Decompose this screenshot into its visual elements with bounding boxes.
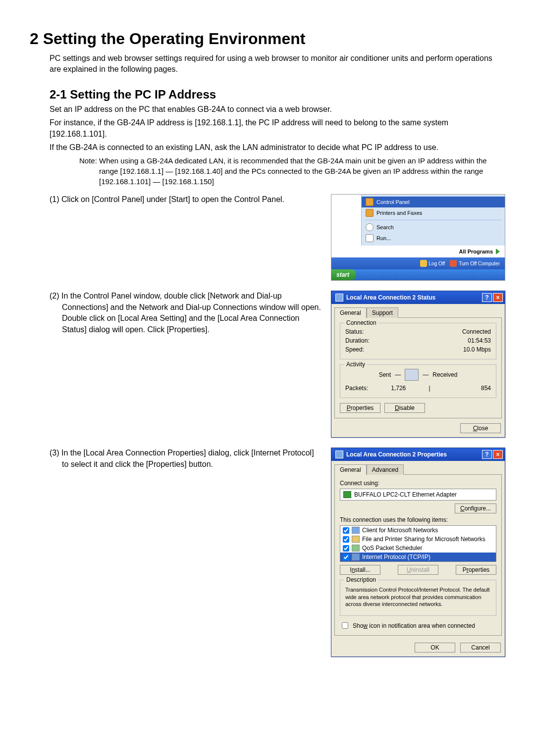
show-icon-label: Show icon in notification area when conn…: [353, 622, 475, 629]
all-programs[interactable]: All Programs: [331, 246, 505, 257]
qos-icon: [352, 545, 360, 552]
received-label: Received: [432, 371, 457, 378]
item-label: QoS Packet Scheduler: [362, 545, 422, 552]
tab-general[interactable]: General: [334, 307, 367, 318]
speed-value: 10.0 Mbps: [463, 346, 491, 353]
list-item[interactable]: Client for Microsoft Networks: [340, 526, 496, 535]
close-dialog-button[interactable]: CloseClose: [460, 423, 501, 433]
help-button[interactable]: ?: [482, 293, 492, 302]
uninstall-button: UninstallUninstall: [398, 565, 438, 575]
status-value: Connected: [462, 328, 491, 335]
duration-value: 01:54:53: [468, 337, 491, 344]
tcpip-icon: [352, 554, 360, 560]
logoff-button[interactable]: Log Off: [420, 260, 445, 267]
close-button[interactable]: ×: [493, 450, 503, 459]
uses-items-label: This connection uses the following items…: [340, 516, 496, 523]
checkbox[interactable]: [343, 545, 349, 552]
tab-general[interactable]: General: [334, 464, 367, 475]
menu-item-search[interactable]: Search: [362, 222, 505, 233]
menu-label: Search: [376, 224, 394, 230]
paragraph: If the GB-24A is connected to an existin…: [50, 142, 505, 153]
activity-legend: Activity: [344, 361, 367, 368]
checkbox[interactable]: [343, 554, 349, 560]
menu-label: Control Panel: [376, 199, 410, 205]
network-icon: [335, 451, 343, 458]
control-panel-icon: [366, 198, 374, 206]
step-1-text: (1) Click on [Control Panel] under [Star…: [50, 194, 321, 205]
description-text: Transmission Control Protocol/Internet P…: [345, 586, 491, 607]
run-icon: [366, 234, 374, 242]
fileshare-icon: [352, 536, 360, 543]
tab-support[interactable]: Support: [367, 307, 398, 318]
status-label: Status:: [345, 328, 364, 335]
logoff-icon: [420, 260, 427, 267]
client-icon: [352, 527, 360, 534]
start-menu-figure: Control Panel Printers and Faxes Search …: [331, 194, 505, 281]
configure-button[interactable]: Configure...Configure...: [455, 504, 496, 513]
connection-legend: Connection: [344, 319, 378, 326]
dialog-title: Local Area Connection 2 Properties: [346, 451, 447, 458]
logoff-label: Log Off: [429, 261, 445, 266]
step-3-text: (3) In the [Local Area Connection Proper…: [50, 448, 321, 470]
help-button[interactable]: ?: [482, 450, 492, 459]
list-item[interactable]: QoS Packet Scheduler: [340, 544, 496, 553]
step-2-text: (2) In the Control Panel window, double …: [50, 291, 321, 335]
properties-button[interactable]: PPropertiesroperties: [340, 403, 380, 413]
connect-using-label: Connect using:: [340, 480, 496, 487]
duration-label: Duration:: [345, 337, 370, 344]
note-text: Note: When using a GB-24A dedicated LAN,…: [99, 155, 505, 187]
install-button[interactable]: Install...Install...: [340, 565, 380, 575]
section-title: 2-1 Setting the PC IP Address: [50, 88, 505, 101]
menu-label: Printers and Faxes: [376, 210, 422, 216]
list-item[interactable]: File and Printer Sharing for Microsoft N…: [340, 535, 496, 544]
close-button[interactable]: ×: [493, 293, 503, 302]
tab-advanced[interactable]: Advanced: [367, 464, 404, 475]
item-label: File and Printer Sharing for Microsoft N…: [362, 536, 485, 543]
sent-label: Sent: [379, 371, 391, 378]
network-icon: [335, 294, 343, 302]
page-title: 2 Setting the Operating Environment: [30, 30, 505, 48]
packets-label: Packets:: [345, 385, 368, 392]
paragraph: Set an IP address on the PC that enables…: [50, 104, 505, 115]
ok-button[interactable]: OK: [415, 643, 455, 653]
menu-label: Run...: [376, 235, 391, 241]
checkbox[interactable]: [343, 536, 349, 543]
adapter-icon: [343, 491, 351, 498]
description-legend: Description: [344, 576, 378, 583]
adapter-field: BUFFALO LPC2-CLT Ethernet Adapter: [340, 489, 496, 501]
start-button[interactable]: start: [331, 269, 356, 280]
properties-button[interactable]: PropertiesProperties: [456, 565, 496, 575]
item-label: Client for Microsoft Networks: [362, 527, 438, 534]
show-icon-checkbox[interactable]: [342, 622, 348, 629]
cancel-button[interactable]: Cancel: [460, 643, 501, 653]
menu-item-control-panel[interactable]: Control Panel: [362, 197, 505, 207]
intro-text: PC settings and web browser settings req…: [50, 53, 505, 75]
printers-icon: [366, 209, 374, 217]
connection-status-dialog: Local Area Connection 2 Status ? × Gener…: [331, 291, 505, 438]
activity-icon: [405, 369, 419, 381]
power-icon: [450, 260, 457, 267]
list-item-tcpip[interactable]: Internet Protocol (TCP/IP): [340, 553, 496, 561]
components-listbox[interactable]: Client for Microsoft Networks File and P…: [340, 525, 496, 562]
turnoff-button[interactable]: Turn Off Computer: [450, 260, 500, 267]
search-icon: [366, 223, 374, 231]
menu-item-printers[interactable]: Printers and Faxes: [362, 207, 505, 218]
speed-label: Speed:: [345, 346, 364, 353]
connection-properties-dialog: Local Area Connection 2 Properties ? × G…: [331, 448, 505, 657]
turnoff-label: Turn Off Computer: [459, 261, 500, 266]
packets-sent: 1,726: [368, 385, 428, 392]
dialog-title: Local Area Connection 2 Status: [346, 294, 435, 301]
packets-received: 854: [430, 385, 491, 392]
adapter-name: BUFFALO LPC2-CLT Ethernet Adapter: [354, 491, 457, 498]
menu-item-run[interactable]: Run...: [362, 233, 505, 244]
chevron-right-icon: [496, 249, 500, 254]
all-programs-label: All Programs: [459, 249, 493, 254]
disable-button[interactable]: DisableDisable: [384, 403, 425, 413]
item-label: Internet Protocol (TCP/IP): [362, 554, 430, 560]
checkbox[interactable]: [343, 527, 349, 534]
paragraph: For instance, if the GB-24A IP address i…: [50, 117, 505, 140]
